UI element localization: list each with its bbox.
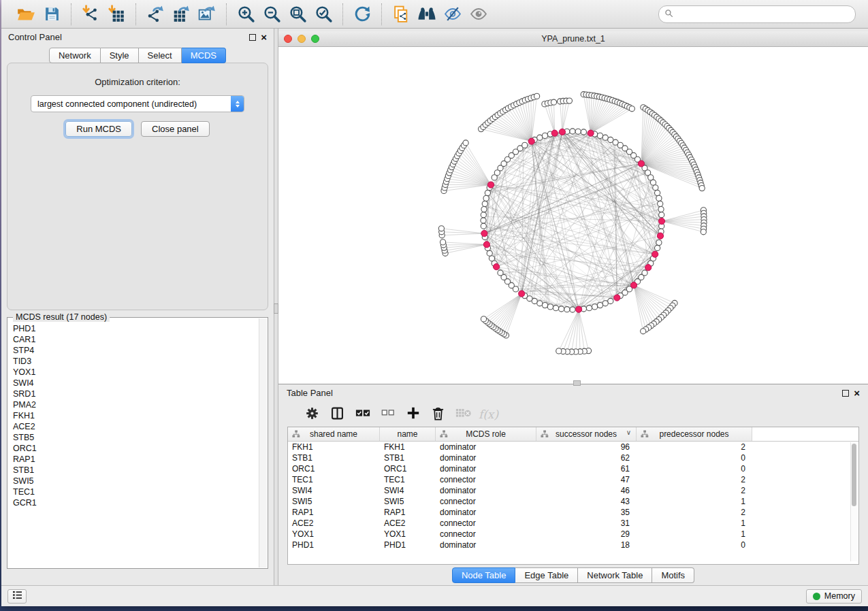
tab-style[interactable]: Style [101, 48, 139, 63]
table-row[interactable]: SWI5SWI5connector431 [288, 496, 858, 507]
cell-predecessor-nodes: 2 [637, 475, 752, 484]
table-row[interactable]: TEC1TEC1connector472 [288, 474, 858, 485]
cell-successor-nodes: 46 [536, 486, 637, 495]
import-table-icon [107, 5, 126, 23]
cell-MCDS-role: connector [436, 529, 536, 539]
tab-select[interactable]: Select [139, 48, 182, 63]
hide-selected-icon [443, 5, 462, 22]
list-item[interactable]: PHD1 [13, 323, 259, 334]
optimization-criterion-select[interactable]: largest connected component (undirected) [31, 95, 244, 112]
table-scrollbar[interactable] [850, 442, 857, 561]
tab-edge-table[interactable]: Edge Table [515, 567, 578, 583]
table-row[interactable]: ORC1ORC1dominator610 [288, 463, 858, 474]
zoom-fit-button[interactable] [285, 3, 310, 25]
search-input[interactable] [677, 9, 850, 20]
zoom-fit-icon [289, 5, 307, 23]
list-item[interactable]: TEC1 [13, 486, 259, 497]
splitter-handle[interactable] [274, 303, 278, 314]
list-item[interactable]: TID3 [13, 356, 259, 367]
zoom-in-button[interactable] [233, 3, 259, 25]
network-canvas[interactable] [278, 47, 868, 384]
horizontal-splitter-handle[interactable] [573, 380, 581, 386]
close-panel-button[interactable]: Close panel [141, 121, 210, 137]
table-row[interactable]: FKH1FKH1dominator962 [288, 442, 858, 452]
show-columns-button[interactable] [325, 404, 350, 425]
select-all-rows-button[interactable] [350, 404, 375, 425]
network-window-title: YPA_prune.txt_1 [278, 34, 868, 44]
refresh-layout-button[interactable] [349, 3, 375, 25]
run-mcds-button[interactable]: Run MCDS [65, 121, 132, 137]
clone-network-button[interactable] [388, 3, 414, 25]
zoom-selected-button[interactable] [310, 3, 336, 25]
table-row[interactable]: ACE2ACE2connector311 [288, 518, 858, 529]
list-item[interactable]: ORC1 [13, 443, 259, 454]
column-header-MCDS-role[interactable]: MCDS role [436, 427, 536, 441]
close-panel-icon[interactable]: × [261, 32, 267, 42]
table-row[interactable]: STB1STB1dominator620 [288, 452, 858, 463]
list-item[interactable]: YOX1 [13, 367, 259, 378]
result-list-scrollbar[interactable] [259, 318, 267, 567]
memory-button[interactable]: Memory [806, 589, 862, 604]
cell-shared-name: SWI4 [288, 486, 380, 495]
close-table-panel-icon[interactable]: × [854, 388, 860, 398]
control-panel-title: Control Panel [8, 32, 62, 42]
list-item[interactable]: STP4 [13, 345, 259, 356]
show-columns-icon [330, 406, 344, 423]
tab-node-table[interactable]: Node Table [452, 567, 516, 583]
tab-network[interactable]: Network [49, 48, 101, 63]
tab-motifs[interactable]: Motifs [652, 567, 694, 583]
save-session-button[interactable] [39, 3, 65, 25]
column-header-name[interactable]: name [380, 427, 436, 441]
list-item[interactable]: ACE2 [13, 421, 259, 432]
list-item[interactable]: SRD1 [13, 389, 259, 399]
export-network-button[interactable] [142, 3, 168, 25]
column-header-shared-name[interactable]: shared name [288, 427, 380, 441]
network-window-titlebar[interactable]: YPA_prune.txt_1 [278, 31, 868, 47]
cell-MCDS-role: dominator [436, 486, 536, 495]
float-table-panel-icon[interactable] [842, 390, 849, 397]
table-row[interactable]: RAP1RAP1dominator352 [288, 507, 858, 518]
search-network-button[interactable] [414, 3, 440, 25]
cell-MCDS-role: dominator [436, 442, 536, 452]
table-scrollbar-thumb[interactable] [852, 444, 856, 506]
float-panel-icon[interactable] [249, 34, 256, 41]
table-settings-button[interactable] [300, 404, 325, 425]
table-row[interactable]: YOX1YOX1connector291 [288, 529, 858, 540]
show-all-button[interactable] [466, 3, 492, 25]
export-image-button[interactable] [194, 3, 220, 25]
list-item[interactable]: GCR1 [13, 497, 259, 508]
table-row[interactable]: SWI4SWI4dominator462 [288, 485, 858, 496]
column-header-predecessor-nodes[interactable]: predecessor nodes [637, 427, 752, 441]
delete-column-button[interactable] [425, 404, 451, 425]
import-table-button[interactable] [103, 3, 129, 25]
tab-network-table[interactable]: Network Table [578, 567, 652, 583]
list-item[interactable]: RAP1 [13, 454, 259, 465]
list-item[interactable]: PMA2 [13, 399, 259, 410]
toolbar-icon-groups [7, 3, 498, 25]
zoom-out-button[interactable] [259, 3, 285, 25]
deselect-all-rows-icon [381, 408, 395, 420]
open-file-button[interactable] [13, 3, 39, 25]
list-item[interactable]: STB1 [13, 465, 259, 476]
list-item[interactable]: STB5 [13, 432, 259, 443]
vertical-splitter[interactable] [274, 29, 278, 585]
cell-successor-nodes: 62 [536, 453, 637, 463]
export-table-button[interactable] [168, 3, 194, 25]
table-row[interactable]: PHD1PHD1dominator180 [288, 540, 858, 550]
list-item[interactable]: SWI4 [13, 378, 259, 389]
import-network-button[interactable] [78, 3, 103, 25]
list-item[interactable]: SWI5 [13, 476, 259, 486]
list-item[interactable]: CAR1 [13, 334, 259, 345]
deselect-all-rows-button[interactable] [375, 404, 400, 425]
search-field[interactable] [658, 5, 856, 23]
toolbar-group [7, 3, 71, 25]
column-header-successor-nodes[interactable]: successor nodes∨ [536, 427, 637, 441]
add-column-button[interactable] [400, 404, 425, 425]
hide-selected-button[interactable] [440, 3, 466, 25]
cell-predecessor-nodes: 1 [637, 497, 752, 506]
network-graph[interactable] [278, 47, 868, 384]
task-history-button[interactable] [7, 589, 27, 604]
cell-shared-name: FKH1 [288, 442, 380, 452]
list-item[interactable]: FKH1 [13, 410, 259, 421]
tab-mcds[interactable]: MCDS [182, 48, 226, 63]
